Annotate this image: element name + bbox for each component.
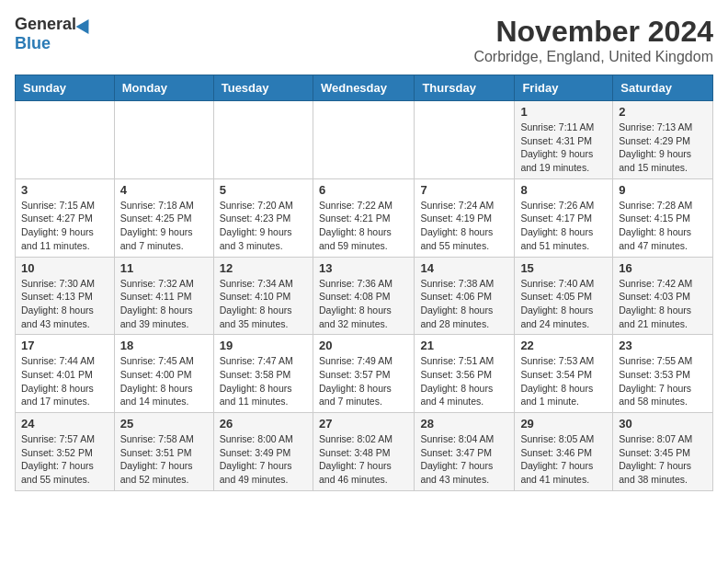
calendar-cell: 2Sunrise: 7:13 AM Sunset: 4:29 PM Daylig…	[613, 101, 713, 179]
day-number: 18	[120, 339, 208, 352]
logo: General Blue	[15, 15, 93, 53]
day-number: 15	[520, 261, 607, 275]
day-info: Sunrise: 7:24 AM Sunset: 4:19 PM Dayligh…	[420, 199, 508, 253]
calendar-cell: 19Sunrise: 7:47 AM Sunset: 3:58 PM Dayli…	[213, 335, 313, 413]
day-number: 12	[220, 261, 307, 275]
calendar-table: SundayMondayTuesdayWednesdayThursdayFrid…	[15, 75, 713, 491]
day-header-friday: Friday	[515, 75, 613, 101]
title-area: November 2024 Corbridge, England, United…	[473, 15, 713, 65]
calendar-cell: 6Sunrise: 7:22 AM Sunset: 4:21 PM Daylig…	[313, 178, 414, 257]
calendar-cell: 10Sunrise: 7:30 AM Sunset: 4:13 PM Dayli…	[16, 257, 115, 335]
calendar-cell: 28Sunrise: 8:04 AM Sunset: 3:47 PM Dayli…	[415, 413, 515, 491]
day-number: 4	[120, 183, 208, 197]
day-header-monday: Monday	[114, 75, 213, 101]
day-header-sunday: Sunday	[16, 75, 115, 101]
day-info: Sunrise: 8:05 AM Sunset: 3:46 PM Dayligh…	[520, 432, 607, 487]
logo-general-text: General	[15, 15, 76, 34]
day-number: 3	[21, 183, 108, 197]
calendar-cell: 1Sunrise: 7:11 AM Sunset: 4:31 PM Daylig…	[515, 101, 613, 179]
calendar-cell: 23Sunrise: 7:55 AM Sunset: 3:53 PM Dayli…	[613, 335, 713, 413]
calendar-cell: 16Sunrise: 7:42 AM Sunset: 4:03 PM Dayli…	[613, 257, 713, 335]
calendar-cell	[415, 101, 515, 179]
day-number: 10	[21, 261, 108, 275]
day-info: Sunrise: 7:49 AM Sunset: 3:57 PM Dayligh…	[319, 354, 408, 408]
day-info: Sunrise: 7:28 AM Sunset: 4:15 PM Dayligh…	[619, 199, 707, 253]
calendar-cell: 14Sunrise: 7:38 AM Sunset: 4:06 PM Dayli…	[415, 257, 515, 335]
day-number: 9	[619, 183, 707, 197]
day-info: Sunrise: 7:51 AM Sunset: 3:56 PM Dayligh…	[420, 354, 508, 408]
calendar-cell: 7Sunrise: 7:24 AM Sunset: 4:19 PM Daylig…	[415, 178, 515, 257]
calendar-cell: 5Sunrise: 7:20 AM Sunset: 4:23 PM Daylig…	[213, 178, 313, 257]
day-number: 16	[619, 261, 707, 275]
day-info: Sunrise: 8:02 AM Sunset: 3:48 PM Dayligh…	[319, 432, 408, 487]
day-number: 1	[520, 105, 607, 119]
day-info: Sunrise: 7:45 AM Sunset: 4:00 PM Dayligh…	[120, 354, 208, 408]
day-info: Sunrise: 7:55 AM Sunset: 3:53 PM Dayligh…	[619, 354, 707, 408]
calendar-cell: 17Sunrise: 7:44 AM Sunset: 4:01 PM Dayli…	[16, 335, 115, 413]
day-number: 30	[619, 417, 707, 431]
calendar-cell: 24Sunrise: 7:57 AM Sunset: 3:52 PM Dayli…	[16, 413, 115, 491]
calendar-cell: 15Sunrise: 7:40 AM Sunset: 4:05 PM Dayli…	[515, 257, 613, 335]
day-info: Sunrise: 7:13 AM Sunset: 4:29 PM Dayligh…	[619, 121, 707, 175]
day-info: Sunrise: 7:40 AM Sunset: 4:05 PM Dayligh…	[520, 277, 607, 331]
calendar-cell: 18Sunrise: 7:45 AM Sunset: 4:00 PM Dayli…	[114, 335, 213, 413]
calendar-cell: 9Sunrise: 7:28 AM Sunset: 4:15 PM Daylig…	[613, 178, 713, 257]
calendar-cell: 8Sunrise: 7:26 AM Sunset: 4:17 PM Daylig…	[515, 178, 613, 257]
calendar-cell	[114, 101, 213, 179]
logo-icon	[76, 15, 96, 33]
day-number: 23	[619, 339, 707, 352]
day-header-tuesday: Tuesday	[213, 75, 313, 101]
calendar-cell: 13Sunrise: 7:36 AM Sunset: 4:08 PM Dayli…	[313, 257, 414, 335]
calendar-header-row: SundayMondayTuesdayWednesdayThursdayFrid…	[16, 75, 713, 101]
calendar-week-row: 1Sunrise: 7:11 AM Sunset: 4:31 PM Daylig…	[16, 101, 713, 179]
day-info: Sunrise: 7:36 AM Sunset: 4:08 PM Dayligh…	[319, 277, 408, 331]
calendar-week-row: 24Sunrise: 7:57 AM Sunset: 3:52 PM Dayli…	[16, 413, 713, 491]
calendar-cell: 3Sunrise: 7:15 AM Sunset: 4:27 PM Daylig…	[16, 178, 115, 257]
day-number: 13	[319, 261, 408, 275]
day-number: 11	[120, 261, 208, 275]
month-title: November 2024	[473, 15, 713, 49]
day-info: Sunrise: 7:26 AM Sunset: 4:17 PM Dayligh…	[520, 199, 607, 253]
day-number: 20	[319, 339, 408, 352]
location-title: Corbridge, England, United Kingdom	[473, 49, 713, 65]
day-number: 14	[420, 261, 508, 275]
day-info: Sunrise: 7:32 AM Sunset: 4:11 PM Dayligh…	[120, 277, 208, 331]
day-number: 22	[520, 339, 607, 352]
day-number: 19	[220, 339, 307, 352]
day-info: Sunrise: 7:22 AM Sunset: 4:21 PM Dayligh…	[319, 199, 408, 253]
day-info: Sunrise: 8:04 AM Sunset: 3:47 PM Dayligh…	[420, 432, 508, 487]
header: General Blue November 2024 Corbridge, En…	[15, 15, 713, 65]
calendar-week-row: 17Sunrise: 7:44 AM Sunset: 4:01 PM Dayli…	[16, 335, 713, 413]
day-info: Sunrise: 7:18 AM Sunset: 4:25 PM Dayligh…	[120, 199, 208, 253]
day-info: Sunrise: 7:34 AM Sunset: 4:10 PM Dayligh…	[220, 277, 307, 331]
day-header-thursday: Thursday	[415, 75, 515, 101]
day-info: Sunrise: 7:11 AM Sunset: 4:31 PM Dayligh…	[520, 121, 607, 175]
day-info: Sunrise: 7:58 AM Sunset: 3:51 PM Dayligh…	[120, 432, 208, 487]
day-info: Sunrise: 7:15 AM Sunset: 4:27 PM Dayligh…	[21, 199, 108, 253]
calendar-cell	[313, 101, 414, 179]
calendar-week-row: 3Sunrise: 7:15 AM Sunset: 4:27 PM Daylig…	[16, 178, 713, 257]
day-number: 29	[520, 417, 607, 431]
day-info: Sunrise: 8:00 AM Sunset: 3:49 PM Dayligh…	[220, 432, 307, 487]
calendar-cell: 26Sunrise: 8:00 AM Sunset: 3:49 PM Dayli…	[213, 413, 313, 491]
day-info: Sunrise: 7:47 AM Sunset: 3:58 PM Dayligh…	[220, 354, 307, 408]
day-info: Sunrise: 7:53 AM Sunset: 3:54 PM Dayligh…	[520, 354, 607, 408]
day-header-wednesday: Wednesday	[313, 75, 414, 101]
day-info: Sunrise: 7:20 AM Sunset: 4:23 PM Dayligh…	[220, 199, 307, 253]
calendar-cell: 29Sunrise: 8:05 AM Sunset: 3:46 PM Dayli…	[515, 413, 613, 491]
day-number: 17	[21, 339, 108, 352]
day-number: 21	[420, 339, 508, 352]
calendar-week-row: 10Sunrise: 7:30 AM Sunset: 4:13 PM Dayli…	[16, 257, 713, 335]
day-info: Sunrise: 7:57 AM Sunset: 3:52 PM Dayligh…	[21, 432, 108, 487]
day-number: 24	[21, 417, 108, 431]
day-number: 28	[420, 417, 508, 431]
day-info: Sunrise: 7:44 AM Sunset: 4:01 PM Dayligh…	[21, 354, 108, 408]
calendar-cell	[213, 101, 313, 179]
day-info: Sunrise: 7:30 AM Sunset: 4:13 PM Dayligh…	[21, 277, 108, 331]
calendar-cell: 25Sunrise: 7:58 AM Sunset: 3:51 PM Dayli…	[114, 413, 213, 491]
day-number: 8	[520, 183, 607, 197]
day-info: Sunrise: 8:07 AM Sunset: 3:45 PM Dayligh…	[619, 432, 707, 487]
day-number: 25	[120, 417, 208, 431]
day-info: Sunrise: 7:38 AM Sunset: 4:06 PM Dayligh…	[420, 277, 508, 331]
day-info: Sunrise: 7:42 AM Sunset: 4:03 PM Dayligh…	[619, 277, 707, 331]
